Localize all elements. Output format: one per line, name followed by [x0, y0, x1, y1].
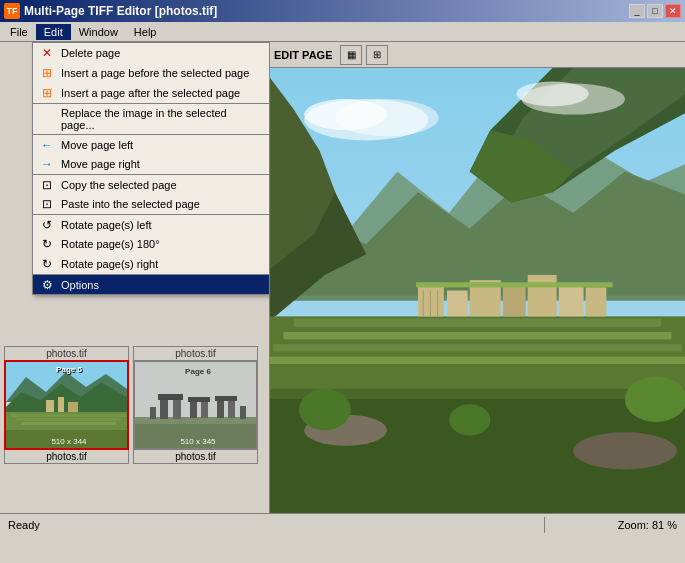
svg-point-59: [449, 404, 490, 435]
edit-btn-1[interactable]: ▦: [340, 45, 362, 65]
svg-rect-41: [270, 357, 685, 364]
svg-point-62: [335, 99, 438, 136]
menu-item-delete-page[interactable]: ✕ Delete page: [33, 43, 270, 63]
status-bar: Ready Zoom: 81 %: [0, 513, 685, 535]
thumb-5-wrapper[interactable]: Page 5 510 x 344: [4, 360, 129, 450]
menu-item-paste-page[interactable]: ⊡ Paste into the selected page: [33, 194, 270, 214]
svg-rect-10: [68, 402, 78, 412]
svg-rect-22: [217, 399, 224, 418]
menu-window[interactable]: Window: [71, 24, 126, 40]
delete-icon: ✕: [37, 46, 57, 60]
paste-icon: ⊡: [37, 197, 57, 211]
menu-item-options[interactable]: ⚙ Options: [33, 274, 270, 294]
svg-text:Page 5: Page 5: [56, 365, 82, 374]
menu-item-rotate-180[interactable]: ↻ Rotate page(s) 180°: [33, 234, 270, 254]
thumb-6-wrapper[interactable]: Page 6 510 x 345: [133, 360, 258, 450]
window-title: Multi-Page TIFF Editor [photos.tif]: [24, 4, 217, 18]
edit-page-label: EDIT PAGE: [274, 49, 332, 61]
thumb-5-filename-bottom: photos.tif: [4, 450, 129, 464]
svg-rect-9: [58, 397, 64, 412]
svg-rect-19: [190, 400, 197, 418]
svg-rect-24: [215, 396, 237, 401]
svg-text:510 x 345: 510 x 345: [180, 437, 216, 446]
copy-icon: ⊡: [37, 178, 57, 192]
thumbnail-area: photos.tif: [0, 342, 269, 513]
svg-rect-17: [173, 397, 181, 419]
thumb-5-image: Page 5 510 x 344: [6, 362, 127, 448]
svg-rect-18: [158, 394, 183, 400]
window-controls: _ □ ✕: [629, 4, 681, 18]
svg-rect-5: [16, 418, 121, 421]
svg-point-58: [625, 376, 685, 422]
thumb-6-filename-bottom: photos.tif: [133, 450, 258, 464]
svg-rect-4: [11, 414, 126, 417]
menu-item-rotate-left[interactable]: ↺ Rotate page(s) left: [33, 214, 270, 234]
right-panel: EDIT PAGE ▦ ⊞: [270, 42, 685, 513]
edit-page-toolbar: EDIT PAGE ▦ ⊞: [270, 42, 685, 68]
svg-rect-21: [188, 397, 210, 402]
svg-rect-20: [201, 400, 208, 418]
insert-after-icon: ⊞: [37, 86, 57, 100]
svg-rect-45: [503, 285, 526, 316]
svg-rect-47: [559, 283, 584, 316]
svg-rect-39: [283, 332, 671, 339]
svg-rect-16: [160, 397, 168, 419]
svg-rect-23: [228, 399, 235, 418]
insert-before-icon: ⊞: [37, 66, 57, 80]
thumbnail-page-6[interactable]: photos.tif: [133, 346, 258, 464]
thumbnail-page-5[interactable]: photos.tif: [4, 346, 129, 464]
menu-file[interactable]: File: [2, 24, 36, 40]
status-zoom: Zoom: 81 %: [545, 517, 685, 533]
menu-item-insert-after[interactable]: ⊞ Insert a page after the selected page: [33, 83, 270, 103]
main-image-svg: [270, 68, 685, 513]
options-icon: ⚙: [37, 278, 57, 292]
svg-point-57: [299, 389, 351, 430]
svg-text:510 x 344: 510 x 344: [51, 437, 87, 446]
svg-point-56: [573, 432, 676, 469]
title-bar: TF Multi-Page TIFF Editor [photos.tif] _…: [0, 0, 685, 22]
menu-item-move-left[interactable]: ← Move page left: [33, 134, 270, 154]
menu-item-insert-before[interactable]: ⊞ Insert a page before the selected page: [33, 63, 270, 83]
minimize-button[interactable]: _: [629, 4, 645, 18]
svg-rect-6: [21, 422, 116, 425]
svg-rect-40: [273, 344, 682, 351]
svg-rect-8: [46, 400, 54, 412]
svg-rect-43: [447, 291, 468, 317]
close-button[interactable]: ✕: [665, 4, 681, 18]
svg-rect-48: [586, 287, 607, 316]
thumb-5-filename-top: photos.tif: [4, 346, 129, 360]
svg-point-64: [516, 81, 588, 106]
menu-item-move-right[interactable]: → Move page right: [33, 154, 270, 174]
move-left-icon: ←: [37, 138, 57, 152]
edit-dropdown-menu: ✕ Delete page ⊞ Insert a page before the…: [32, 42, 270, 295]
menu-item-rotate-right[interactable]: ↻ Rotate page(s) right: [33, 254, 270, 274]
app-icon: TF: [4, 3, 20, 19]
rotate-180-icon: ↻: [37, 237, 57, 251]
thumbnail-row: photos.tif: [0, 342, 269, 468]
menu-help[interactable]: Help: [126, 24, 165, 40]
thumb-6-filename-top: photos.tif: [133, 346, 258, 360]
maximize-button[interactable]: □: [647, 4, 663, 18]
main-image-area: [270, 68, 685, 513]
thumb-6-image: Page 6 510 x 345: [135, 362, 256, 448]
move-right-icon: →: [37, 157, 57, 171]
status-ready: Ready: [0, 517, 545, 533]
main-area: ✕ Delete page ⊞ Insert a page before the…: [0, 42, 685, 513]
svg-rect-46: [528, 275, 557, 316]
menu-item-replace-image[interactable]: Replace the image in the selected page..…: [33, 103, 270, 134]
edit-btn-2[interactable]: ⊞: [366, 45, 388, 65]
svg-rect-25: [150, 407, 156, 419]
left-panel: ✕ Delete page ⊞ Insert a page before the…: [0, 42, 270, 513]
rotate-right-icon: ↻: [37, 257, 57, 271]
menu-bar: File Edit Window Help: [0, 22, 685, 42]
svg-rect-49: [416, 282, 613, 287]
menu-item-copy-page[interactable]: ⊡ Copy the selected page: [33, 174, 270, 194]
svg-rect-38: [294, 318, 661, 326]
svg-text:Page 6: Page 6: [185, 367, 211, 376]
svg-rect-26: [240, 406, 246, 419]
title-left: TF Multi-Page TIFF Editor [photos.tif]: [4, 3, 217, 19]
menu-edit[interactable]: Edit: [36, 24, 71, 40]
rotate-left-icon: ↺: [37, 218, 57, 232]
